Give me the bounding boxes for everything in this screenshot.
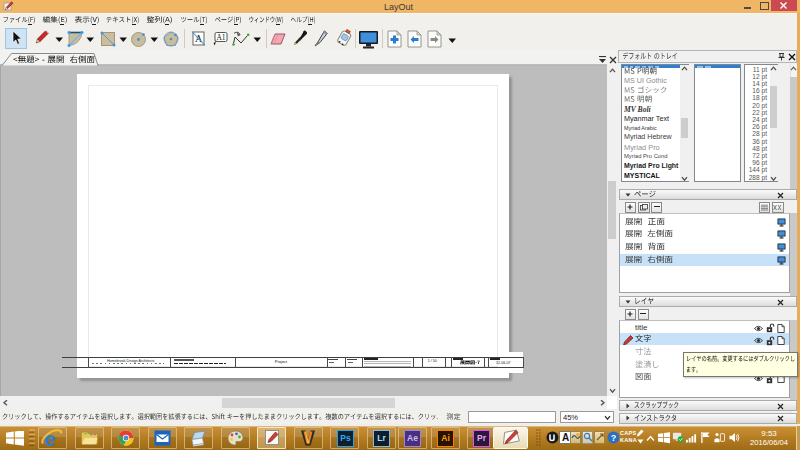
svg-text:?: ? — [611, 433, 617, 443]
svg-text:A1: A1 — [216, 33, 225, 42]
